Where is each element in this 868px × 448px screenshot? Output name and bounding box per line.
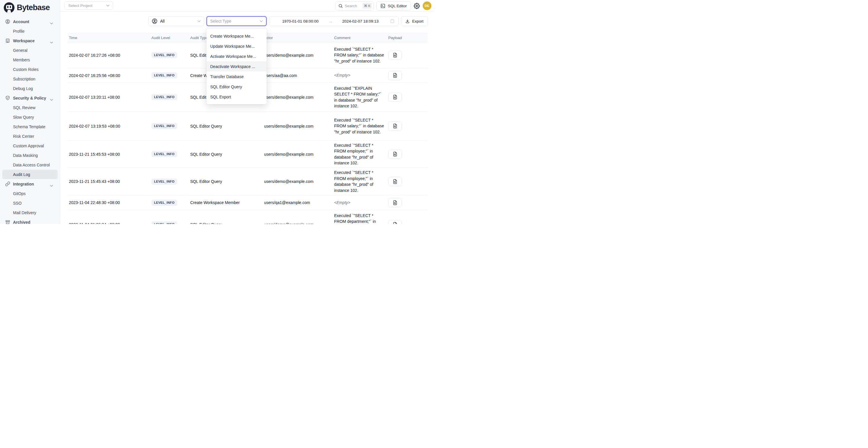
- view-payload-button[interactable]: [388, 122, 402, 131]
- cell-comment: <Empty>: [334, 200, 386, 206]
- arrow-right-icon: →: [328, 19, 333, 24]
- sidebar-item-general[interactable]: General: [2, 45, 58, 55]
- sidebar-item-profile[interactable]: Profile: [2, 26, 58, 36]
- view-payload-button[interactable]: [388, 220, 402, 224]
- sidebar-item-sql-review[interactable]: SQL Review: [2, 103, 58, 112]
- shield-check-icon: [5, 96, 10, 100]
- sidebar-item-label: Schema Template: [13, 124, 45, 129]
- view-payload-button[interactable]: [388, 198, 402, 207]
- project-select-label: Select Project: [68, 3, 92, 8]
- sidebar-item-label: Debug Log: [13, 86, 33, 91]
- actor-filter-select[interactable]: All: [148, 16, 204, 26]
- sidebar-nav: AccountProfileWorkspaceGeneralMembersCus…: [0, 15, 60, 224]
- date-from-value[interactable]: 1970-01-01 08:00:00: [273, 19, 328, 24]
- brand-logo[interactable]: Bytebase: [0, 0, 60, 15]
- cell-audit-level: LEVEL_INFO: [151, 221, 190, 224]
- cell-comment: Executed `"SELECT * FROM department;"` i…: [334, 213, 386, 224]
- file-search-icon: [392, 200, 398, 205]
- topbar: Select Project Search ⌘ K SQL Editor DE: [60, 0, 434, 11]
- column-header-time: Time: [68, 36, 151, 40]
- sidebar-item-label: GitOps: [13, 191, 26, 196]
- sidebar-item-label: Data Masking: [13, 153, 38, 158]
- date-range-picker[interactable]: 1970-01-01 08:00:00 → 2024-02-07 18:09:1…: [269, 16, 399, 26]
- sql-editor-button[interactable]: SQL Editor: [376, 1, 411, 10]
- user-circle-icon: [5, 19, 10, 24]
- brand-name: Bytebase: [17, 3, 50, 12]
- cell-audit-level: LEVEL_INFO: [151, 123, 190, 129]
- type-menu-item-7[interactable]: SQL Export: [207, 92, 267, 102]
- cell-payload: [388, 71, 428, 80]
- actor-filter-value: All: [160, 19, 165, 24]
- cell-actor: users/aa@aa.com: [264, 73, 334, 78]
- sidebar-item-label: General: [13, 48, 28, 53]
- audit-level-badge: LEVEL_INFO: [151, 123, 177, 129]
- cell-time: 2024-02-07 13:20:11 +08:00: [68, 95, 151, 100]
- cell-audit-type: Create Workspace Member: [190, 200, 264, 205]
- sidebar-item-mail-delivery[interactable]: Mail Delivery: [2, 208, 58, 217]
- search-placeholder: Search: [344, 4, 361, 8]
- sidebar-item-gitops[interactable]: GitOps: [2, 189, 58, 198]
- settings-button[interactable]: [414, 3, 420, 9]
- sidebar-item-schema-template[interactable]: Schema Template: [2, 122, 58, 131]
- sidebar-item-subscription[interactable]: Subscription: [2, 74, 58, 84]
- chevron-down-icon: [197, 20, 200, 22]
- sidebar-item-members[interactable]: Members: [2, 55, 58, 65]
- chevron-down-icon: [50, 20, 53, 22]
- sidebar-item-custom-approval[interactable]: Custom Approval: [2, 141, 58, 151]
- cell-actor: users/demo@example.com: [264, 53, 334, 58]
- avatar[interactable]: DE: [423, 1, 431, 10]
- sidebar: Bytebase AccountProfileWorkspaceGeneralM…: [0, 0, 60, 224]
- sidebar-group-label: Integration: [13, 182, 34, 186]
- audit-log-page: All Select Type 1970-01-01 08:00:00 → 20…: [60, 11, 434, 224]
- search-input[interactable]: Search ⌘ K: [336, 1, 373, 10]
- cell-audit-type: SQL Editor Query: [190, 124, 264, 128]
- sidebar-group-label: Security & Policy: [13, 96, 46, 100]
- type-menu-item-6[interactable]: SQL Editor Query: [207, 82, 267, 92]
- sidebar-group-security-policy[interactable]: Security & Policy: [2, 93, 58, 103]
- view-payload-button[interactable]: [388, 71, 402, 80]
- sidebar-item-slow-query[interactable]: Slow Query: [2, 112, 58, 122]
- view-payload-button[interactable]: [388, 150, 402, 159]
- sidebar-group-workspace[interactable]: Workspace: [2, 36, 58, 45]
- sidebar-item-data-masking[interactable]: Data Masking: [2, 151, 58, 160]
- download-icon: [405, 19, 410, 24]
- cell-audit-level: LEVEL_INFO: [151, 52, 190, 58]
- type-menu-item-2[interactable]: Update Workspace Me...: [207, 41, 267, 51]
- audit-level-badge: LEVEL_INFO: [151, 200, 177, 206]
- audit-level-badge: LEVEL_INFO: [151, 179, 177, 185]
- project-select[interactable]: Select Project: [65, 1, 113, 9]
- sidebar-item-data-access-control[interactable]: Data Access Control: [2, 160, 58, 169]
- cell-audit-level: LEVEL_INFO: [151, 200, 190, 206]
- cell-time: 2024-02-07 16:25:56 +08:00: [68, 73, 151, 78]
- sidebar-item-label: Mail Delivery: [13, 211, 36, 215]
- search-shortcut-kbd: ⌘ K: [363, 3, 372, 9]
- audit-level-badge: LEVEL_INFO: [151, 151, 177, 157]
- cell-comment: Executed `"SELECT * FROM employee;"` in …: [334, 142, 386, 166]
- sidebar-item-label: Slow Query: [13, 115, 34, 120]
- sidebar-item-debug-log[interactable]: Debug Log: [2, 84, 58, 93]
- sidebar-item-risk-center[interactable]: Risk Center: [2, 131, 58, 141]
- sidebar-item-label: SSO: [13, 201, 22, 205]
- type-filter-select[interactable]: Select Type: [207, 16, 267, 26]
- sidebar-group-archived[interactable]: Archived: [2, 217, 58, 224]
- sidebar-group-label: Workspace: [13, 38, 34, 43]
- calendar-icon: [390, 19, 395, 24]
- view-payload-button[interactable]: [388, 51, 402, 60]
- view-payload-button[interactable]: [388, 177, 402, 186]
- cell-actor: users/demo@example.com: [264, 222, 334, 224]
- sidebar-group-integration[interactable]: Integration: [2, 179, 58, 189]
- sidebar-item-sso[interactable]: SSO: [2, 198, 58, 208]
- type-menu-item-3[interactable]: Activate Workspace Me...: [207, 51, 267, 61]
- type-menu-item-1[interactable]: Create Workspace Me...: [207, 31, 267, 41]
- sidebar-item-custom-roles[interactable]: Custom Roles: [2, 65, 58, 74]
- cell-payload: [388, 122, 428, 131]
- date-to-value[interactable]: 2024-02-07 18:09:13: [333, 19, 388, 24]
- view-payload-button[interactable]: [388, 93, 402, 102]
- cell-actor: users/demo@example.com: [264, 124, 334, 128]
- sidebar-item-audit-log[interactable]: Audit Log: [2, 169, 58, 179]
- cell-actor: users/qa1@example.com: [264, 200, 334, 205]
- export-button[interactable]: Export: [401, 16, 428, 26]
- type-menu-item-5[interactable]: Transfer Database: [207, 71, 267, 82]
- type-menu-item-4[interactable]: Deactivate Workspace ...: [207, 61, 267, 71]
- sidebar-group-account[interactable]: Account: [2, 17, 58, 26]
